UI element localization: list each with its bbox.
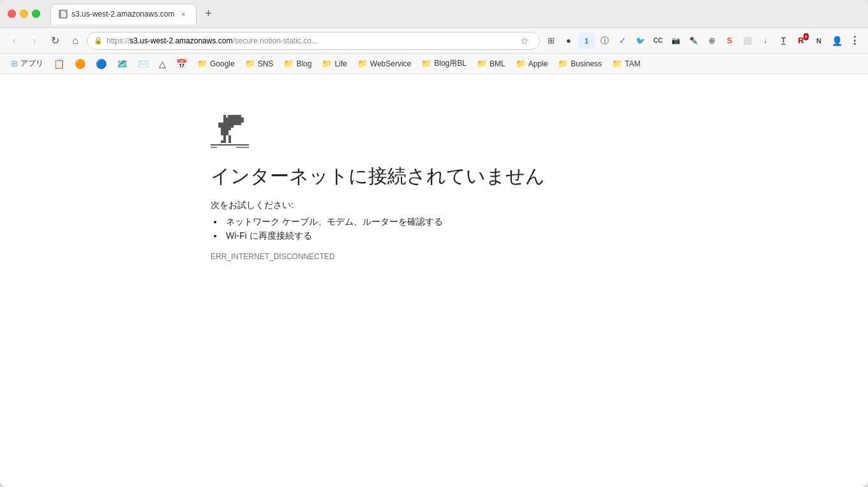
bookmark-star-button[interactable]: ☆	[515, 32, 533, 50]
bookmark-gmail[interactable]: ✉️	[133, 57, 153, 71]
more-menu-button[interactable]: ⋮	[846, 33, 863, 49]
bookmark-apple-label: Apple	[528, 59, 548, 68]
bookmark-dot-icon: 🔵	[96, 59, 107, 69]
bookmark-blog-label: Blog	[296, 59, 311, 68]
tab-bar: 📄 s3.us-west-2.amazonaws.com × +	[50, 4, 860, 24]
url-path: /secure.notion-static.co...	[232, 36, 317, 45]
camera-icon[interactable]: 📷	[668, 33, 684, 49]
tab-title: s3.us-west-2.amazonaws.com	[71, 10, 174, 19]
bookmark-calendar[interactable]: 📅	[172, 57, 191, 71]
back-button[interactable]: ‹	[5, 32, 23, 50]
bookmark-blogbl-label: Blog用BL	[434, 58, 467, 69]
bird-icon[interactable]: 🐦	[632, 33, 648, 49]
folder-icon-webservice: 📁	[357, 59, 368, 68]
bookmark-webservice-label: WebService	[370, 59, 411, 68]
minimize-button[interactable]	[20, 10, 28, 18]
bookmark-apple[interactable]: 📁 Apple	[511, 57, 553, 70]
maximize-button[interactable]	[32, 10, 40, 18]
bookmark-icon-2[interactable]: 🟠	[70, 57, 90, 71]
info-icon[interactable]: ⓘ	[596, 33, 613, 49]
svg-rect-7	[221, 128, 231, 130]
bookmark-business-label: Business	[571, 59, 602, 68]
reload-button[interactable]: ↻	[46, 32, 64, 50]
bookmark-bml[interactable]: 📁 BML	[472, 57, 510, 70]
tab-close-button[interactable]: ×	[178, 9, 188, 19]
circle-icon[interactable]: ●	[560, 33, 577, 49]
stack-icon[interactable]: ⊕	[703, 33, 720, 49]
bookmark-sns[interactable]: 📁 SNS	[241, 57, 278, 70]
bookmark-icon-1[interactable]: 📋	[49, 57, 69, 71]
r-badge-icon[interactable]: R9	[793, 33, 809, 49]
folder-icon-apple: 📁	[516, 59, 526, 68]
active-tab[interactable]: 📄 s3.us-west-2.amazonaws.com ×	[50, 4, 197, 24]
error-suggestions-list: ネットワーク ケーブル、モデム、ルーターを確認する Wi-Fi に再度接続する	[211, 216, 545, 242]
forward-button[interactable]: ›	[26, 32, 43, 50]
bookmark-icon-4[interactable]: 🗺️	[112, 57, 132, 71]
number-1-badge[interactable]: 1	[578, 33, 595, 49]
bookmark-drive[interactable]: △	[154, 57, 170, 71]
notion-icon[interactable]: N	[811, 33, 827, 49]
bookmark-webservice[interactable]: 📁 WebService	[353, 57, 415, 70]
bookmark-circle-icon: 🟠	[75, 59, 86, 69]
address-bar[interactable]: 🔒 https://s3.us-west-2.amazonaws.com/sec…	[87, 32, 540, 50]
bookmark-blog[interactable]: 📁 Blog	[279, 57, 316, 70]
svg-rect-4	[227, 116, 228, 117]
translate-icon[interactable]: T̲	[775, 33, 791, 49]
bookmark-blogbl[interactable]: 📁 Blog用BL	[417, 56, 471, 71]
apps-grid-icon: ⊞	[11, 59, 18, 68]
home-button[interactable]: ⌂	[66, 32, 84, 50]
suggestion-item-2: Wi-Fi に再度接続する	[223, 230, 545, 242]
gmail-icon: ✉️	[138, 59, 149, 69]
svg-rect-16	[211, 147, 217, 148]
url-host: s3.us-west-2.amazonaws.com	[130, 36, 232, 45]
box-icon[interactable]: ⬜	[739, 33, 756, 49]
close-button[interactable]	[8, 10, 16, 18]
toolbar-icons: ⊞ ● 1 ⓘ ✓ 🐦 CC 📷 ✒️ ⊕ S ⬜ ↓ T̲ R9 N 👤 ⋮	[542, 33, 863, 49]
pen-icon[interactable]: ✒️	[685, 33, 702, 49]
svg-rect-8	[218, 123, 221, 128]
bookmark-google-label: Google	[210, 59, 235, 68]
svg-rect-10	[221, 133, 228, 135]
bookmark-google[interactable]: 📁 Google	[193, 57, 239, 70]
arrow-down-icon[interactable]: ↓	[757, 33, 774, 49]
svg-rect-15	[211, 144, 249, 146]
folder-icon-google: 📁	[197, 59, 207, 68]
bookmark-map-icon: 🗺️	[117, 59, 128, 69]
bookmark-icon-3[interactable]: 🔵	[91, 57, 111, 71]
svg-rect-11	[223, 135, 226, 140]
bookmark-tam-label: TAM	[625, 59, 640, 68]
svg-rect-1	[223, 117, 244, 120]
folder-icon-bml: 📁	[477, 59, 487, 68]
bookmark-life[interactable]: 📁 Life	[317, 57, 351, 70]
suggestion-item-1: ネットワーク ケーブル、モデム、ルーターを確認する	[223, 216, 545, 228]
bookmark-sns-label: SNS	[258, 59, 274, 68]
url-text: https://s3.us-west-2.amazonaws.com/secur…	[107, 36, 511, 45]
bookmark-icon-red: 📋	[54, 59, 64, 69]
traffic-lights	[8, 10, 40, 18]
page-content: インターネットに接続されていません 次をお試しください: ネットワーク ケーブル…	[0, 74, 868, 487]
bookmark-business[interactable]: 📁 Business	[553, 57, 606, 70]
svg-rect-13	[221, 140, 226, 143]
error-subtitle: 次をお試しください:	[211, 200, 545, 211]
folder-icon-blogbl: 📁	[421, 59, 431, 68]
folder-icon-blog: 📁	[283, 59, 294, 68]
bookmark-tam[interactable]: 📁 TAM	[608, 57, 645, 70]
bookmarks-bar: ⊞ アプリ 📋 🟠 🔵 🗺️ ✉️ △ 📅 📁 Google 📁	[0, 54, 868, 74]
new-tab-button[interactable]: +	[199, 5, 217, 23]
check-icon[interactable]: ✓	[614, 33, 631, 49]
navbar: ‹ › ↻ ⌂ 🔒 https://s3.us-west-2.amazonaws…	[0, 28, 868, 54]
error-title: インターネットに接続されていません	[211, 163, 545, 190]
bookmark-apps[interactable]: ⊞ アプリ	[6, 56, 48, 71]
folder-icon-sns: 📁	[245, 59, 255, 68]
s-bold-icon[interactable]: S	[721, 33, 738, 49]
error-code: ERR_INTERNET_DISCONNECTED	[211, 252, 545, 261]
svg-rect-5	[221, 123, 241, 125]
svg-rect-17	[236, 147, 249, 148]
svg-rect-12	[228, 135, 231, 140]
bookmark-bml-label: BML	[490, 59, 505, 68]
profile-avatar[interactable]: 👤	[828, 33, 845, 49]
grid-icon[interactable]: ⊞	[542, 33, 559, 49]
folder-icon-business: 📁	[558, 59, 568, 68]
titlebar: 📄 s3.us-west-2.amazonaws.com × +	[0, 0, 868, 28]
cc-icon[interactable]: CC	[650, 33, 666, 49]
